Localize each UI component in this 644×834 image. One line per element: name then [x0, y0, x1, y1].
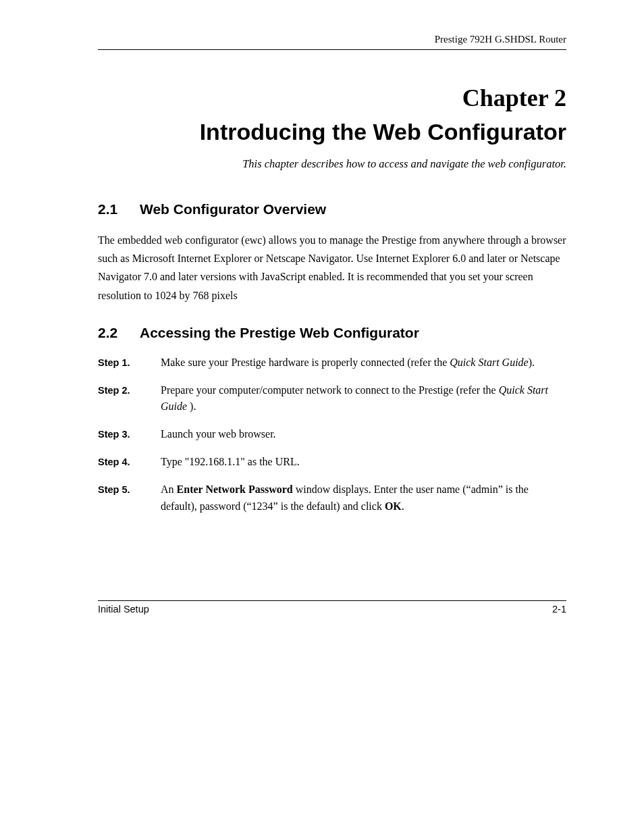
step-text-bold: OK	[385, 500, 402, 512]
section-number: 2.2	[98, 325, 140, 341]
step-label: Step 2.	[98, 383, 161, 398]
step-text: Launch your web browser.	[161, 426, 566, 443]
footer-row: Initial Setup 2-1	[98, 604, 566, 615]
step-text: Type "192.168.1.1" as the URL.	[161, 454, 566, 471]
chapter-subtitle: This chapter describes how to access and…	[98, 157, 566, 171]
step-text-part: ).	[529, 357, 535, 368]
header-rule	[98, 49, 566, 50]
step-row: Step 5. An Enter Network Password window…	[98, 481, 566, 515]
step-row: Step 2. Prepare your computer/computer n…	[98, 382, 566, 416]
step-text: An Enter Network Password window display…	[161, 481, 566, 515]
section-title: Web Configurator Overview	[140, 201, 326, 217]
step-text-part: Make sure your Prestige hardware is prop…	[161, 357, 450, 368]
step-list: Step 1. Make sure your Prestige hardware…	[98, 355, 566, 515]
footer-page-number: 2-1	[552, 604, 566, 615]
step-label: Step 1.	[98, 355, 161, 370]
step-text-bold: Enter Network Password	[177, 484, 293, 495]
step-label: Step 5.	[98, 482, 161, 497]
step-text: Make sure your Prestige hardware is prop…	[161, 355, 566, 371]
header-product-name: Prestige 792H G.SHDSL Router	[98, 34, 566, 45]
footer-rule	[98, 600, 566, 601]
section-heading-2-2: 2.2 Accessing the Prestige Web Configura…	[98, 325, 566, 341]
section-number: 2.1	[98, 201, 140, 217]
step-label: Step 4.	[98, 454, 161, 469]
step-text-part: An	[161, 484, 177, 495]
step-row: Step 4. Type "192.168.1.1" as the URL.	[98, 454, 566, 471]
step-row: Step 1. Make sure your Prestige hardware…	[98, 355, 566, 371]
step-text-part: .	[402, 500, 404, 512]
step-text: Prepare your computer/computer network t…	[161, 382, 566, 416]
step-text-italic: Quick Start Guide	[450, 357, 528, 368]
section-heading-2-1: 2.1 Web Configurator Overview	[98, 201, 566, 217]
step-label: Step 3.	[98, 427, 161, 442]
step-text-part: ).	[187, 400, 196, 412]
chapter-title: Introducing the Web Configurator	[98, 119, 566, 145]
step-row: Step 3. Launch your web browser.	[98, 426, 566, 443]
section-2-1-paragraph: The embedded web configurator (ewc) allo…	[98, 231, 566, 305]
document-page: Prestige 792H G.SHDSL Router Chapter 2 I…	[0, 0, 644, 834]
page-footer: Initial Setup 2-1	[98, 600, 566, 615]
section-title: Accessing the Prestige Web Configurator	[140, 325, 419, 341]
step-text-part: Prepare your computer/computer network t…	[161, 384, 499, 396]
footer-left: Initial Setup	[98, 604, 149, 615]
chapter-number: Chapter 2	[98, 84, 566, 112]
